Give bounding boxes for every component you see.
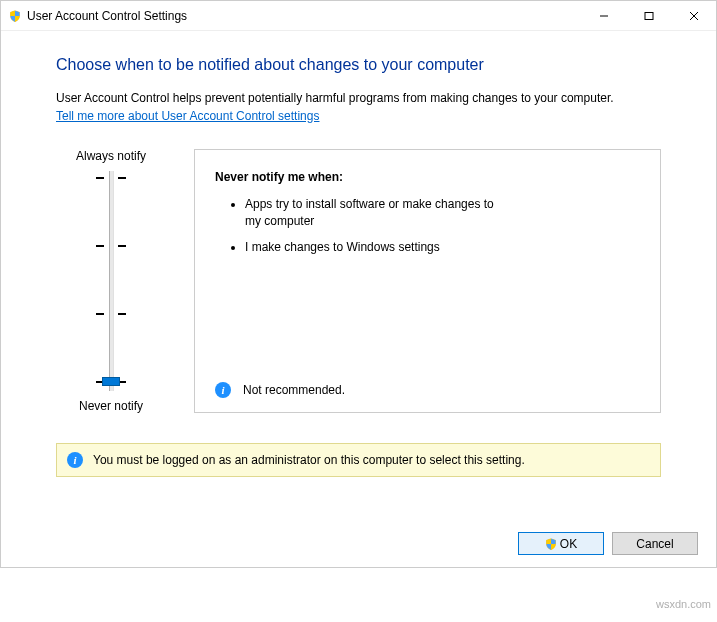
content-area: Choose when to be notified about changes… <box>1 31 716 520</box>
info-list: Apps try to install software or make cha… <box>215 196 640 266</box>
window-controls <box>581 1 716 30</box>
info-footer-text: Not recommended. <box>243 383 345 397</box>
minimize-button[interactable] <box>581 1 626 30</box>
slider-track <box>109 171 114 391</box>
slider-area: Always notify Never notify Never notify … <box>56 149 661 413</box>
titlebar: User Account Control Settings <box>1 1 716 31</box>
admin-notice-text: You must be logged on as an administrato… <box>93 453 525 467</box>
svg-rect-1 <box>645 12 653 19</box>
info-list-item: Apps try to install software or make cha… <box>245 196 505 230</box>
info-title: Never notify me when: <box>215 170 640 184</box>
learn-more-link[interactable]: Tell me more about User Account Control … <box>56 109 661 123</box>
window-title-text: User Account Control Settings <box>27 9 187 23</box>
slider-tick <box>96 313 126 314</box>
shield-icon <box>9 10 21 22</box>
admin-notice-bar: i You must be logged on as an administra… <box>56 443 661 477</box>
info-list-item: I make changes to Windows settings <box>245 239 505 256</box>
slider-label-top: Always notify <box>76 149 146 163</box>
slider-tick <box>96 177 126 178</box>
button-row: OK Cancel <box>1 520 716 567</box>
cancel-button-label: Cancel <box>636 537 673 551</box>
ok-button-label: OK <box>560 537 577 551</box>
page-description: User Account Control helps prevent poten… <box>56 90 661 107</box>
ok-button[interactable]: OK <box>518 532 604 555</box>
info-icon: i <box>67 452 83 468</box>
uac-settings-window: User Account Control Settings Choose whe… <box>0 0 717 568</box>
slider-tick <box>96 245 126 246</box>
shield-icon <box>545 538 557 550</box>
window-title: User Account Control Settings <box>9 9 581 23</box>
slider-thumb[interactable] <box>102 377 120 386</box>
page-heading: Choose when to be notified about changes… <box>56 56 661 74</box>
close-button[interactable] <box>671 1 716 30</box>
info-footer: i Not recommended. <box>215 382 640 398</box>
slider-label-bottom: Never notify <box>79 399 143 413</box>
slider-column: Always notify Never notify <box>56 149 166 413</box>
info-panel: Never notify me when: Apps try to instal… <box>194 149 661 413</box>
notification-slider[interactable] <box>96 171 126 391</box>
maximize-button[interactable] <box>626 1 671 30</box>
info-icon: i <box>215 382 231 398</box>
cancel-button[interactable]: Cancel <box>612 532 698 555</box>
watermark: wsxdn.com <box>656 598 711 610</box>
